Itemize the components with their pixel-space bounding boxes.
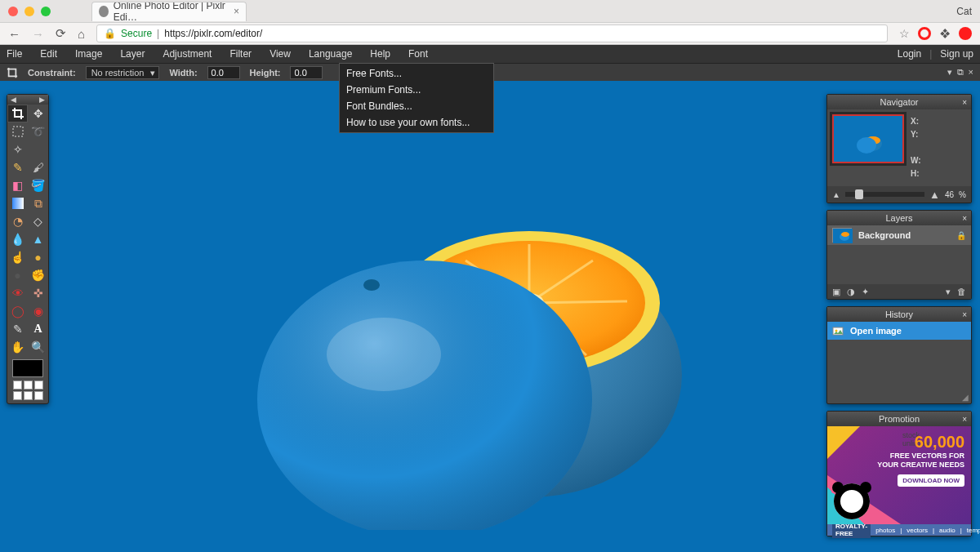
window-controls: [8, 7, 51, 16]
close-icon[interactable]: ×: [962, 98, 967, 107]
type-tool[interactable]: A: [28, 320, 48, 338]
height-input[interactable]: 0.0: [290, 66, 323, 79]
close-icon[interactable]: ×: [962, 415, 967, 424]
profile-label[interactable]: Cat: [956, 6, 972, 17]
layer-mask-icon[interactable]: ◑: [847, 287, 855, 297]
expand-window-icon[interactable]: ⧉: [957, 67, 964, 78]
close-icon[interactable]: ×: [962, 310, 967, 319]
font-menu-dropdown: Free Fonts... Premium Fonts... Font Bund…: [339, 63, 494, 133]
hand-tool[interactable]: ✋: [7, 338, 28, 356]
browser-tab[interactable]: Online Photo Editor | Pixlr Edi… ×: [91, 2, 247, 21]
maximize-window-button[interactable]: [41, 7, 51, 16]
color-replace-tool[interactable]: ◔: [7, 212, 28, 230]
extension-icon[interactable]: [959, 27, 972, 40]
menu-image[interactable]: Image: [75, 48, 102, 60]
resize-handle-icon[interactable]: ◢: [962, 393, 969, 402]
history-item[interactable]: Open image: [827, 322, 971, 340]
marquee-tool[interactable]: [7, 122, 28, 140]
menu-help[interactable]: Help: [370, 48, 390, 60]
navigator-header[interactable]: Navigator ×: [827, 95, 971, 109]
red-eye-tool[interactable]: 👁: [7, 284, 28, 302]
toolbox-panel[interactable]: ◀▶ ✥➰✧✎🖌◧🪣⧉◔◇💧▲☝●●✊👁✜◯◉✎A✋🔍: [7, 94, 49, 404]
new-layer-icon[interactable]: ▣: [832, 287, 840, 297]
extension-icon[interactable]: [918, 27, 931, 40]
bloat-tool[interactable]: ◯: [7, 302, 28, 320]
sharpen-tool[interactable]: ▲: [28, 230, 48, 248]
back-button[interactable]: ←: [8, 27, 20, 41]
layers-header[interactable]: Layers ×: [827, 211, 971, 225]
pinch-tool[interactable]: ◉: [28, 302, 48, 320]
forward-button[interactable]: →: [32, 27, 44, 41]
login-link[interactable]: Login: [898, 48, 921, 60]
sponge-tool[interactable]: ●: [28, 248, 48, 266]
lasso-tool[interactable]: ➰: [28, 122, 48, 140]
font-menu-premium[interactable]: Premium Fonts...: [340, 82, 493, 98]
bookmark-star-icon[interactable]: ☆: [899, 27, 910, 40]
drawing-tool[interactable]: ◇: [28, 212, 48, 230]
close-options-icon[interactable]: ×: [969, 67, 973, 78]
menu-view[interactable]: View: [270, 48, 291, 60]
menu-adjustment[interactable]: Adjustment: [163, 48, 212, 60]
reload-button[interactable]: ⟳: [56, 26, 66, 41]
promotion-header[interactable]: Promotion ×: [827, 412, 971, 426]
navigator-title: Navigator: [880, 97, 918, 107]
pencil-tool[interactable]: ✎: [7, 158, 28, 176]
constraint-select[interactable]: No restriction: [86, 66, 160, 79]
zoom-out-icon[interactable]: ▲: [832, 190, 840, 199]
promo-link[interactable]: photos: [875, 527, 895, 534]
color-picker-tool[interactable]: ✎: [7, 320, 28, 338]
evernote-extension-icon[interactable]: ❖: [939, 26, 951, 42]
separator: |: [929, 48, 932, 60]
address-bar[interactable]: 🔒 Secure | https://pixlr.com/editor/: [96, 24, 888, 42]
layer-row[interactable]: Background 🔒: [827, 225, 971, 245]
promotion-banner[interactable]: stock unlimited 60,000 FREE VECTORS FOR …: [827, 426, 971, 524]
zoom-in-icon[interactable]: ▲: [929, 189, 940, 201]
spot-heal-tool[interactable]: ✜: [28, 284, 48, 302]
wand-tool[interactable]: ✧: [7, 140, 28, 158]
layer-thumbnail[interactable]: [832, 228, 852, 243]
promo-link[interactable]: audio: [939, 527, 956, 534]
clone-stamp-tool[interactable]: ⧉: [28, 194, 48, 212]
promo-link[interactable]: templates: [967, 527, 980, 534]
font-menu-free[interactable]: Free Fonts...: [340, 65, 493, 82]
zoom-slider[interactable]: [845, 192, 924, 197]
close-tab-icon[interactable]: ×: [234, 6, 239, 17]
move-tool[interactable]: ✥: [28, 105, 48, 122]
width-input[interactable]: 0.0: [207, 66, 240, 79]
layer-styles-icon[interactable]: ✦: [862, 287, 869, 297]
collapse-panels-icon[interactable]: ▾: [947, 67, 952, 78]
lock-icon[interactable]: 🔒: [956, 231, 966, 240]
promo-link[interactable]: vectors: [906, 527, 928, 534]
font-menu-own[interactable]: How to use your own fonts...: [340, 114, 493, 131]
foreground-color-swatch[interactable]: [12, 359, 43, 377]
swatch-presets[interactable]: [13, 381, 43, 400]
eraser-tool[interactable]: ◧: [7, 176, 28, 194]
menu-edit[interactable]: Edit: [40, 48, 57, 60]
menu-font[interactable]: Font: [408, 48, 428, 60]
crop-tool[interactable]: [7, 105, 28, 122]
zoom-tool[interactable]: 🔍: [28, 338, 48, 356]
download-now-button[interactable]: DOWNLOAD NOW: [898, 474, 964, 487]
blur-tool[interactable]: 💧: [7, 230, 28, 248]
dodge-tool[interactable]: ●: [7, 266, 28, 284]
paint-bucket-tool[interactable]: 🪣: [28, 176, 48, 194]
close-icon[interactable]: ×: [962, 214, 967, 223]
smudge-tool[interactable]: ☝: [7, 248, 28, 266]
burn-tool[interactable]: ✊: [28, 266, 48, 284]
gradient-tool[interactable]: [7, 194, 28, 212]
navigator-thumbnail[interactable]: [832, 114, 904, 163]
home-button[interactable]: ⌂: [78, 27, 85, 41]
menu-layer[interactable]: Layer: [120, 48, 145, 60]
delete-layer-icon[interactable]: 🗑: [957, 287, 966, 296]
brush-tool[interactable]: 🖌: [28, 158, 48, 176]
font-menu-bundles[interactable]: Font Bundles...: [340, 98, 493, 114]
signup-link[interactable]: Sign up: [940, 48, 973, 60]
menu-language[interactable]: Language: [309, 48, 352, 60]
layer-merge-icon[interactable]: ▾: [946, 287, 951, 297]
menu-file[interactable]: File: [7, 48, 22, 60]
toolbox-grip[interactable]: ◀▶: [7, 95, 48, 105]
menu-filter[interactable]: Filter: [229, 48, 252, 60]
minimize-window-button[interactable]: [24, 7, 34, 16]
close-window-button[interactable]: [8, 7, 18, 16]
history-header[interactable]: History ×: [827, 307, 971, 322]
